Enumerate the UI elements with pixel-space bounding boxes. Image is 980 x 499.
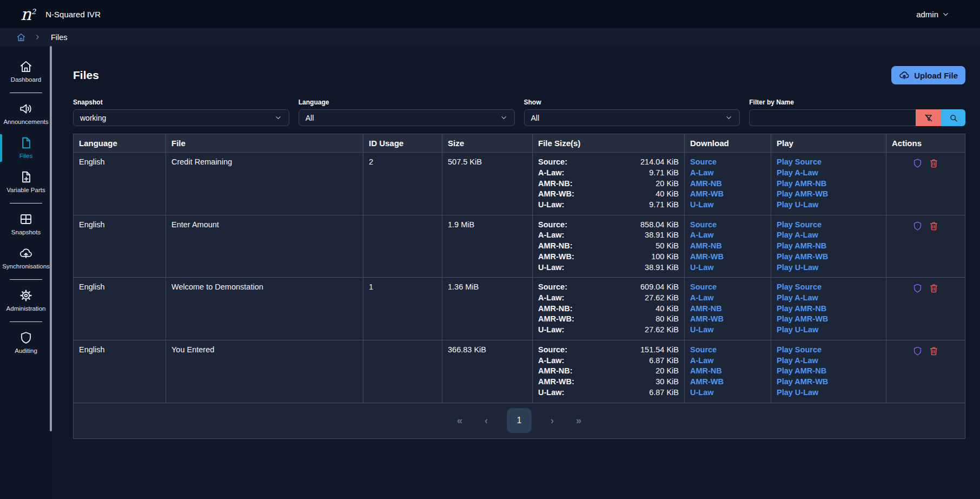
play-link[interactable]: Play U-Law [777, 388, 818, 398]
pagination-first[interactable]: « [454, 415, 466, 426]
search-icon [949, 113, 958, 123]
file-icon [19, 136, 33, 150]
shield-action-button[interactable] [912, 158, 923, 168]
file-size-value: 80 KiB [579, 314, 679, 325]
file-size-label: A-Law: [538, 356, 574, 366]
play-link[interactable]: Play AMR-NB [777, 179, 826, 189]
play-link[interactable]: Play AMR-WB [777, 377, 828, 388]
sidebar-item-administration[interactable]: Administration [0, 284, 52, 318]
sidebar-item-dashboard[interactable]: Dashboard [0, 55, 52, 89]
sidebar-item-label: Variable Parts [6, 187, 45, 193]
delete-button[interactable] [929, 221, 939, 231]
clear-filter-button[interactable] [916, 109, 941, 126]
file-size-label: A-Law: [538, 168, 574, 179]
file-size-label: A-Law: [538, 293, 574, 304]
play-link[interactable]: Play A-Law [777, 168, 818, 179]
play-link[interactable]: Play Source [777, 157, 822, 168]
play-link[interactable]: Play AMR-NB [777, 366, 826, 377]
sidebar-item-synchronisations[interactable]: Synchronisations [0, 241, 52, 275]
play-link[interactable]: Play AMR-NB [777, 304, 826, 314]
download-link[interactable]: Source [690, 345, 717, 356]
shield-action-button[interactable] [912, 283, 923, 293]
play-link[interactable]: Play Source [777, 282, 822, 293]
download-link[interactable]: A-Law [690, 356, 714, 366]
download-link[interactable]: AMR-NB [690, 366, 722, 377]
play-link[interactable]: Play A-Law [777, 356, 818, 366]
pagination-last[interactable]: » [573, 415, 585, 426]
cell-language: English [74, 340, 166, 403]
sidebar-item-variable-parts[interactable]: Variable Parts [0, 165, 52, 199]
user-menu[interactable]: admin [916, 10, 950, 19]
file-size-label: AMR-NB: [538, 241, 574, 252]
play-link[interactable]: Play AMR-NB [777, 241, 826, 252]
cell-size: 1.36 MiB [442, 278, 533, 340]
cell-actions [886, 215, 965, 278]
pagination-current-page[interactable]: 1 [507, 408, 532, 433]
play-link[interactable]: Play AMR-WB [777, 189, 828, 200]
play-link[interactable]: Play AMR-WB [777, 252, 828, 262]
search-button[interactable] [941, 109, 965, 126]
download-link[interactable]: U-Law [690, 388, 714, 398]
sidebar-item-announcements[interactable]: Announcements [0, 97, 52, 131]
play-link[interactable]: Play A-Law [777, 293, 818, 304]
delete-button[interactable] [929, 158, 939, 168]
download-link[interactable]: Source [690, 157, 717, 168]
sidebar-item-label: Auditing [15, 347, 37, 354]
file-size-label: AMR-WB: [538, 314, 574, 325]
show-filter: Show All [524, 99, 740, 126]
shield-action-button[interactable] [912, 221, 923, 231]
shield-action-button[interactable] [912, 346, 923, 356]
cell-file: Credit Remaining [166, 153, 363, 215]
download-link[interactable]: A-Law [690, 230, 714, 241]
download-link[interactable]: U-Law [690, 262, 714, 273]
cell-actions [886, 278, 965, 340]
play-link[interactable]: Play Source [777, 220, 822, 231]
sidebar-item-snapshots[interactable]: Snapshots [0, 207, 52, 241]
download-link[interactable]: AMR-WB [690, 252, 724, 262]
download-link[interactable]: U-Law [690, 200, 714, 211]
home-icon[interactable] [16, 32, 26, 42]
sidebar-divider [10, 321, 42, 322]
file-size-label: AMR-WB: [538, 252, 574, 262]
play-link[interactable]: Play AMR-WB [777, 314, 828, 325]
play-link[interactable]: Play U-Law [777, 325, 818, 336]
play-link[interactable]: Play U-Law [777, 262, 818, 273]
user-menu-label: admin [916, 10, 938, 19]
pagination-next[interactable]: › [546, 415, 558, 426]
cell-download: SourceA-LawAMR-NBAMR-WBU-Law [685, 153, 771, 215]
snapshot-select[interactable]: working [73, 109, 289, 126]
download-link[interactable]: AMR-WB [690, 314, 724, 325]
download-link[interactable]: U-Law [690, 325, 714, 336]
download-link[interactable]: Source [690, 220, 717, 231]
download-link[interactable]: AMR-WB [690, 377, 724, 388]
language-filter: Language All [299, 99, 515, 126]
play-link[interactable]: Play A-Law [777, 230, 818, 241]
file-size-value: 40 KiB [579, 189, 679, 200]
snapshot-filter: Snapshot working [73, 99, 289, 126]
download-link[interactable]: AMR-NB [690, 241, 722, 252]
download-link[interactable]: A-Law [690, 168, 714, 179]
column-header-size: Size [442, 134, 533, 153]
language-select[interactable]: All [299, 109, 515, 126]
cell-download: SourceA-LawAMR-NBAMR-WBU-Law [685, 278, 771, 340]
play-link[interactable]: Play Source [777, 345, 822, 356]
sidebar-item-files[interactable]: Files [0, 131, 52, 165]
delete-button[interactable] [929, 346, 939, 356]
file-size-label: U-Law: [538, 200, 574, 211]
pagination-previous[interactable]: ‹ [480, 415, 492, 426]
download-link[interactable]: AMR-NB [690, 304, 722, 314]
download-link[interactable]: A-Law [690, 293, 714, 304]
play-link[interactable]: Play U-Law [777, 200, 818, 211]
download-link[interactable]: AMR-WB [690, 189, 724, 200]
delete-button[interactable] [929, 283, 939, 293]
sidebar-scrollbar[interactable] [50, 46, 52, 431]
download-link[interactable]: Source [690, 282, 717, 293]
show-label: Show [524, 99, 740, 106]
download-link[interactable]: AMR-NB [690, 179, 722, 189]
sidebar-item-auditing[interactable]: Auditing [0, 326, 52, 360]
name-filter-input[interactable] [749, 109, 916, 126]
show-select[interactable]: All [524, 109, 740, 126]
upload-file-button[interactable]: Upload File [891, 66, 965, 84]
cell-play: Play SourcePlay A-LawPlay AMR-NBPlay AMR… [771, 153, 886, 215]
shield-icon [912, 346, 923, 356]
